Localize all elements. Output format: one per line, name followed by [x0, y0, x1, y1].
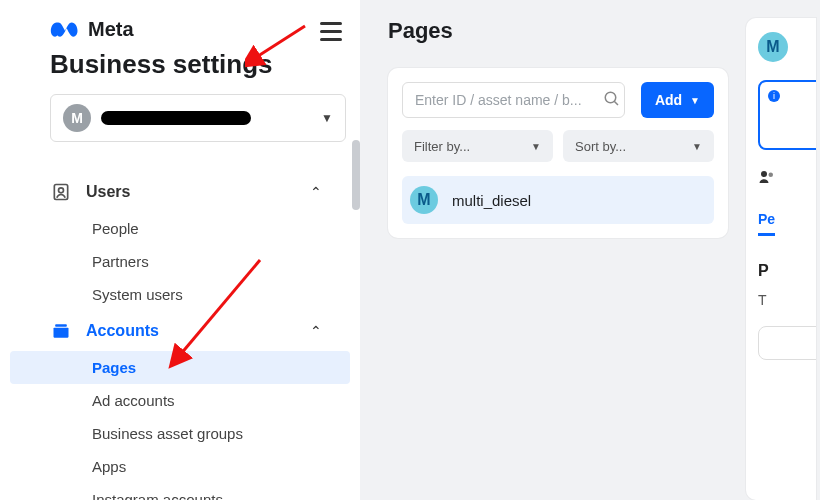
brand: Meta [50, 18, 346, 41]
main-content: Pages Add ▼ Filter [360, 0, 820, 500]
asset-list-item[interactable]: M multi_diesel [402, 176, 714, 224]
users-icon [50, 182, 72, 202]
sort-dropdown[interactable]: Sort by... ▼ [563, 130, 714, 162]
account-avatar: M [63, 104, 91, 132]
chevron-up-icon: ⌃ [310, 323, 322, 339]
filter-dropdown[interactable]: Filter by... ▼ [402, 130, 553, 162]
asset-detail-panel: M i Pe P T [746, 18, 816, 500]
detail-subtext: T [758, 292, 816, 308]
add-button[interactable]: Add ▼ [641, 82, 714, 118]
chevron-down-icon: ▼ [321, 111, 333, 125]
svg-point-4 [605, 92, 616, 103]
sort-label: Sort by... [575, 139, 626, 154]
chevron-down-icon: ▼ [690, 95, 700, 106]
page-title: Business settings [50, 49, 346, 80]
people-icon [758, 168, 816, 190]
svg-line-5 [614, 101, 618, 105]
sidebar-item-ad-accounts[interactable]: Ad accounts [0, 384, 360, 417]
sidebar-item-business-asset-groups[interactable]: Business asset groups [0, 417, 360, 450]
info-card: i [758, 80, 816, 150]
scrollbar-thumb[interactable] [352, 140, 360, 210]
detail-input-placeholder[interactable] [758, 326, 816, 360]
svg-rect-3 [55, 324, 67, 327]
meta-logo-icon [50, 20, 80, 40]
chevron-down-icon: ▼ [531, 141, 541, 152]
nav-section-title: Users [86, 183, 130, 201]
brand-name: Meta [88, 18, 134, 41]
svg-point-1 [59, 188, 64, 193]
menu-toggle-icon[interactable] [320, 22, 342, 41]
nav-section-header-users[interactable]: Users ⌃ [0, 172, 360, 212]
filter-label: Filter by... [414, 139, 470, 154]
nav-section-title: Accounts [86, 322, 159, 340]
sidebar-item-system-users[interactable]: System users [0, 278, 360, 311]
detail-tab-people[interactable]: Pe [758, 211, 775, 236]
main-section-title: Pages [388, 18, 728, 44]
sidebar-item-pages[interactable]: Pages [10, 351, 350, 384]
nav-section-accounts: Accounts ⌃ Pages Ad accounts Business as… [0, 311, 360, 500]
sidebar-item-partners[interactable]: Partners [0, 245, 360, 278]
sidebar: Meta Business settings M ▼ Users ⌃ [0, 0, 360, 500]
business-account-selector[interactable]: M ▼ [50, 94, 346, 142]
sidebar-item-apps[interactable]: Apps [0, 450, 360, 483]
search-icon [603, 90, 621, 112]
asset-search-input[interactable] [402, 82, 625, 118]
nav-section-header-accounts[interactable]: Accounts ⌃ [0, 311, 360, 351]
asset-list-panel: Add ▼ Filter by... ▼ Sort by... ▼ M [388, 68, 728, 238]
svg-rect-2 [54, 328, 69, 338]
asset-avatar: M [410, 186, 438, 214]
sidebar-item-people[interactable]: People [0, 212, 360, 245]
nav-section-users: Users ⌃ People Partners System users [0, 172, 360, 311]
account-name-redacted [101, 111, 251, 125]
add-button-label: Add [655, 92, 682, 108]
chevron-down-icon: ▼ [692, 141, 702, 152]
asset-name: multi_diesel [452, 192, 531, 209]
accounts-icon [50, 321, 72, 341]
sidebar-item-instagram-accounts[interactable]: Instagram accounts [0, 483, 360, 500]
chevron-up-icon: ⌃ [310, 184, 322, 200]
svg-point-6 [761, 171, 767, 177]
svg-point-7 [769, 173, 774, 178]
info-icon: i [768, 90, 780, 102]
detail-avatar: M [758, 32, 788, 62]
detail-heading: P [758, 262, 816, 280]
